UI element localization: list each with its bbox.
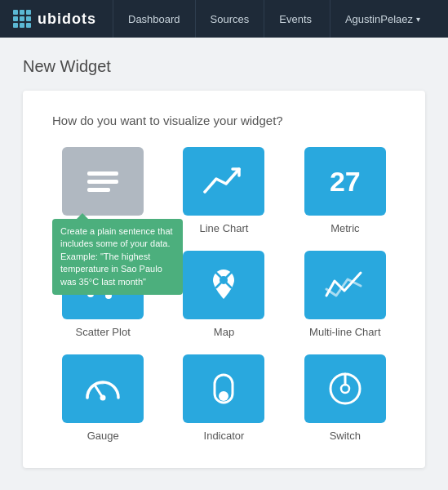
metric-number: 27 [330, 166, 361, 198]
widget-label-metric: Metric [330, 222, 359, 234]
scatter-plot-icon [78, 265, 128, 305]
card-question: How do you want to visualize your widget… [52, 114, 396, 127]
indicator-icon [202, 367, 246, 411]
widget-grid: Statement Create a plain sentence that i… [52, 147, 396, 442]
widget-item-gauge[interactable]: Gauge [52, 354, 153, 442]
multi-line-chart-icon [320, 265, 370, 305]
widget-icon-statement[interactable] [62, 147, 144, 216]
switch-icon [323, 367, 367, 411]
line-chart-icon [198, 161, 249, 202]
widget-item-scatter-plot[interactable]: Scatter Plot [52, 251, 153, 338]
gauge-icon [78, 368, 128, 409]
svg-point-13 [100, 395, 106, 401]
svg-point-6 [107, 279, 113, 286]
nav-events[interactable]: Events [264, 0, 326, 38]
widget-label-multi-line-chart: Multi-line Chart [309, 326, 380, 338]
nav-dashboard[interactable]: Dashboard [113, 0, 195, 38]
svg-rect-1 [87, 180, 118, 184]
svg-point-15 [219, 391, 228, 401]
svg-point-7 [113, 271, 120, 278]
widget-icon-gauge[interactable] [62, 354, 144, 423]
svg-point-5 [92, 276, 99, 283]
widget-icon-map[interactable] [183, 251, 264, 319]
widget-card: How do you want to visualize your widget… [23, 91, 425, 468]
page-title: New Widget [23, 57, 425, 76]
svg-point-4 [97, 284, 104, 291]
widget-icon-line-chart[interactable] [183, 147, 264, 216]
widget-label-map: Map [214, 326, 234, 338]
svg-rect-0 [87, 172, 118, 176]
widget-icon-switch[interactable] [304, 354, 386, 423]
nav-user[interactable]: AgustinPelaez [330, 0, 435, 38]
widget-item-line-chart[interactable]: Line Chart [173, 147, 274, 234]
widget-label-statement: Statement [79, 222, 127, 234]
widget-item-map[interactable]: Map [173, 251, 274, 338]
widget-icon-scatter-plot[interactable] [62, 251, 144, 319]
widget-label-switch: Switch [330, 430, 361, 442]
widget-icon-multi-line-chart[interactable] [304, 251, 386, 319]
statement-icon [81, 163, 125, 199]
widget-label-gauge: Gauge [87, 430, 119, 442]
widget-item-multi-line-chart[interactable]: Multi-line Chart [295, 251, 396, 338]
nav-items: Dashboard Sources Events AgustinPelaez [113, 0, 435, 38]
nav-sources[interactable]: Sources [195, 0, 264, 38]
svg-rect-2 [87, 188, 110, 192]
svg-point-3 [87, 291, 94, 297]
widget-item-metric[interactable]: 27 Metric [295, 147, 396, 234]
brand-logo [13, 10, 31, 28]
widget-label-indicator: Indicator [204, 430, 245, 442]
navbar: ubidots Dashboard Sources Events Agustin… [0, 0, 448, 38]
widget-icon-metric[interactable]: 27 [304, 147, 386, 216]
widget-item-statement[interactable]: Statement Create a plain sentence that i… [52, 147, 153, 234]
page-content: New Widget How do you want to visualize … [0, 38, 448, 488]
svg-point-8 [105, 292, 112, 299]
widget-label-scatter-plot: Scatter Plot [76, 326, 131, 338]
widget-icon-indicator[interactable] [183, 354, 264, 423]
widget-item-indicator[interactable]: Indicator [173, 354, 274, 442]
brand[interactable]: ubidots [13, 10, 96, 28]
map-icon [202, 263, 246, 307]
widget-label-line-chart: Line Chart [200, 222, 249, 234]
brand-name: ubidots [38, 11, 96, 28]
widget-item-switch[interactable]: Switch [295, 354, 396, 442]
